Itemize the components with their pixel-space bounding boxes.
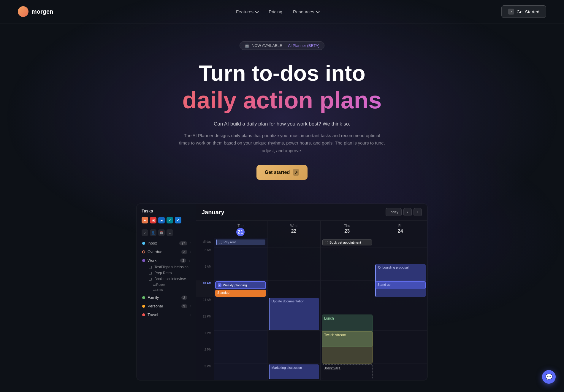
sidebar-item-travel[interactable]: Travel ‹ [140, 311, 192, 318]
sidebar-item-personal[interactable]: Personal 9 ‹ [140, 302, 192, 310]
event-label: Twitch stream [324, 333, 346, 337]
hero-cta-button[interactable]: Get started ↗ [256, 165, 308, 180]
chevron-down-icon [316, 9, 320, 13]
sidebar-item-overdue[interactable]: Overdue 3 ‹ [140, 248, 192, 255]
chat-widget[interactable]: 💬 [542, 370, 556, 384]
time-cell-3pm-wed[interactable]: Marketing discussion [267, 364, 321, 380]
time-cell-2pm-fri[interactable] [374, 347, 427, 364]
sidebar-sub-testflight[interactable]: TestFlight submission [140, 264, 192, 270]
badge-link[interactable]: AI Planner (BETA) [288, 43, 319, 48]
nav-features[interactable]: Features [236, 9, 258, 14]
time-cell-8am-wed[interactable] [267, 247, 321, 264]
allday-cell-thu: Book vet appointment [321, 238, 374, 247]
nav-pricing[interactable]: Pricing [269, 9, 282, 14]
time-cell-3pm-thu[interactable]: John:Sara [321, 364, 374, 380]
sidebar-icon-list[interactable]: ≡ [167, 229, 173, 236]
time-cell-9am-wed[interactable] [267, 264, 321, 280]
time-cell-11am-fri[interactable] [374, 297, 427, 314]
event-marketing-discussion[interactable]: Marketing discussion [269, 364, 319, 379]
chevron-icon: ∨ [188, 259, 191, 262]
sidebar-sub-prepretro[interactable]: Prep Retro [140, 270, 192, 276]
today-button[interactable]: Today [386, 208, 402, 216]
event-checkbox[interactable] [219, 241, 222, 244]
event-standup[interactable]: Standup [215, 290, 266, 297]
allday-cell-fri [374, 238, 427, 247]
event-john-sara[interactable]: John:Sara [322, 364, 373, 379]
time-cell-10am-tue[interactable]: ✓ Weekly planning Standup [214, 280, 267, 297]
hero-title-line1: Turn to-dos into [6, 62, 558, 85]
time-cell-12pm-fri[interactable] [374, 314, 427, 330]
nav-resources[interactable]: Resources [293, 9, 319, 14]
time-label-11am: 11 AM [196, 297, 214, 314]
time-cell-2pm-tue[interactable] [214, 347, 267, 364]
sidebar-section-work: Work 3 ∨ TestFlight submission Prep Retr… [140, 257, 192, 293]
sidebar-item-family[interactable]: Family 2 ‹ [140, 294, 192, 301]
time-cell-10am-thu[interactable] [321, 280, 374, 297]
nav-links: Features Pricing Resources [236, 9, 319, 14]
integration-icon-check[interactable]: ✔ [175, 217, 181, 223]
time-cell-10am-wed[interactable] [267, 280, 321, 297]
event-weekly-planning[interactable]: ✓ Weekly planning [215, 281, 266, 289]
time-cell-1pm-wed[interactable] [267, 330, 321, 347]
time-cell-9am-tue[interactable] [214, 264, 267, 280]
logo[interactable]: morgen [18, 6, 53, 17]
prev-button[interactable]: ‹ [403, 208, 412, 216]
event-onboarding-proposal[interactable]: Onboarding proposal [375, 264, 426, 297]
allday-label: all-day [196, 238, 214, 247]
event-checkbox-checked[interactable]: ✓ [218, 283, 221, 287]
time-cell-9am-fri[interactable]: Onboarding proposal [374, 264, 427, 280]
integration-icon-red[interactable]: ▣ [150, 217, 156, 223]
event-twitch-stream[interactable]: Twitch stream [322, 331, 373, 364]
task-checkbox-testflight[interactable] [149, 266, 152, 269]
sidebar: Tasks ● ▣ ☁ ✓ ✔ ✓ 👤 📅 ≡ Inbox 27 ‹ [137, 204, 196, 380]
time-cell-3pm-fri[interactable] [374, 364, 427, 380]
next-button[interactable]: › [414, 208, 422, 216]
time-label-8am: 8 AM [196, 247, 214, 264]
dot-icon-inbox [142, 242, 145, 245]
time-cell-11am-wed[interactable]: Update documentation [267, 297, 321, 314]
time-cell-8am-tue[interactable] [214, 247, 267, 264]
event-stand-up-fri[interactable]: Stand up [375, 281, 426, 289]
sidebar-sub-julia[interactable]: w/Julia [140, 287, 192, 293]
integration-icon-teal[interactable]: ✓ [167, 217, 173, 223]
integration-icon-orange[interactable]: ● [142, 217, 148, 223]
sidebar-sub-interviews[interactable]: Book user interviews [140, 276, 192, 282]
sidebar-nav-icons: ✓ 👤 📅 ≡ [140, 228, 192, 238]
event-book-vet-allday[interactable]: Book vet appointment [322, 239, 372, 245]
nav-get-started-button[interactable]: › Get Started [501, 5, 546, 18]
time-cell-1pm-fri[interactable] [374, 330, 427, 347]
time-cell-3pm-tue[interactable] [214, 364, 267, 380]
arrow-icon: ↗ [293, 169, 299, 176]
time-cell-8am-fri[interactable] [374, 247, 427, 264]
time-cell-12pm-thu[interactable]: Lunch [321, 314, 374, 330]
sidebar-icon-check[interactable]: ✓ [142, 229, 148, 236]
sidebar-item-work[interactable]: Work 3 ∨ [140, 257, 192, 264]
sidebar-section-inbox: Inbox 27 ‹ [140, 239, 192, 247]
time-cell-8am-thu[interactable] [321, 247, 374, 264]
time-cell-1pm-thu[interactable]: Twitch stream [321, 330, 374, 347]
event-label: John:Sara [324, 366, 340, 370]
task-checkbox-prepretro[interactable] [149, 272, 152, 275]
time-cell-11am-tue[interactable] [214, 297, 267, 314]
event-update-docs[interactable]: Update documentation [269, 298, 319, 330]
event-checkbox[interactable] [325, 241, 328, 244]
hero-description: The AI Planner designs daily plans that … [178, 132, 386, 155]
event-pay-rent[interactable]: Pay rent [216, 239, 265, 245]
time-cell-1pm-tue[interactable] [214, 330, 267, 347]
allday-cell-tue: Pay rent [214, 238, 267, 247]
dot-icon-family [142, 296, 145, 299]
event-label: Update documentation [272, 299, 305, 303]
time-cell-9am-thu[interactable] [321, 264, 374, 280]
integration-icon-blue[interactable]: ☁ [158, 217, 165, 223]
event-label: Book vet appointment [329, 241, 361, 244]
dot-icon-personal [142, 305, 145, 308]
time-cell-2pm-wed[interactable] [267, 347, 321, 364]
sidebar-item-inbox[interactable]: Inbox 27 ‹ [140, 239, 192, 247]
time-cell-12pm-tue[interactable] [214, 314, 267, 330]
time-cell-11am-thu[interactable] [321, 297, 374, 314]
sidebar-icon-person[interactable]: 👤 [150, 229, 156, 236]
calendar: January Today ‹ › Tue 21 Wed 22 Thu [196, 204, 427, 380]
task-checkbox-interviews[interactable] [149, 278, 152, 281]
sidebar-icon-calendar[interactable]: 📅 [158, 229, 165, 236]
sidebar-sub-roger[interactable]: w/Roger [140, 282, 192, 287]
